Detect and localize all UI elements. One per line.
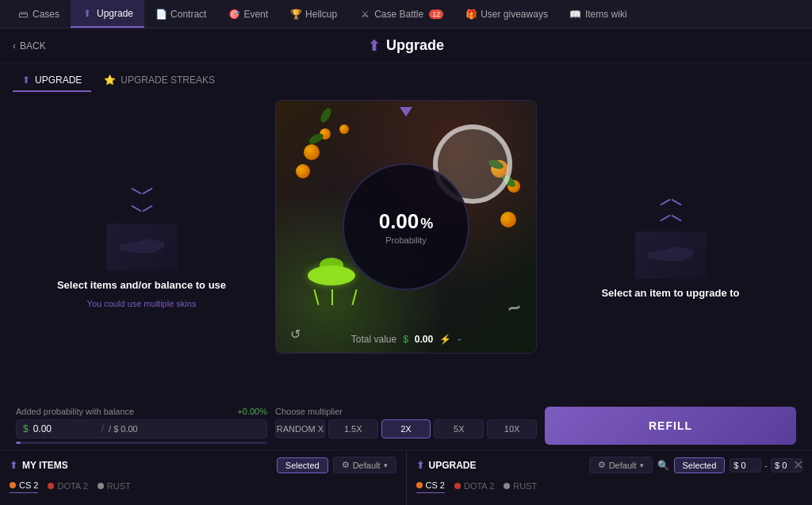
total-value-dollar: $ bbox=[403, 334, 408, 345]
upgrade-panel-title: ⬆ UPGRADE bbox=[416, 460, 477, 471]
dollar-sign: $ bbox=[23, 423, 29, 434]
bolt-icon: ⚡ bbox=[439, 334, 451, 345]
rust-dot bbox=[98, 483, 104, 489]
nav-event[interactable]: 🎯 Event bbox=[217, 0, 279, 28]
tab-streaks-icon: ⭐ bbox=[104, 75, 116, 86]
upgrade-panel-header: ⬆ UPGRADE ⚙ Default ▾ 🔍 Selected - bbox=[416, 457, 803, 473]
upgrade-selected-btn[interactable]: Selected bbox=[674, 457, 726, 473]
upgrade-tab-dota2[interactable]: DOTA 2 bbox=[454, 478, 494, 493]
my-items-header: ⬆ MY ITEMS Selected ⚙ Default ▾ bbox=[10, 457, 396, 473]
my-items-selected-btn[interactable]: Selected bbox=[277, 457, 328, 473]
upgrade-tab-cs2[interactable]: CS 2 bbox=[416, 478, 445, 493]
refill-button[interactable]: REFILL bbox=[545, 407, 796, 445]
my-items-tab-dota2[interactable]: DOTA 2 bbox=[48, 478, 87, 493]
total-value-label: Total value bbox=[351, 334, 396, 345]
nav-cases[interactable]: 🗃 Cases bbox=[6, 0, 71, 28]
tabs-bar: ⬆ UPGRADE ⭐ UPGRADE STREAKS bbox=[0, 63, 812, 92]
upgrade-filter-btn[interactable]: ⚙ Default ▾ bbox=[589, 457, 653, 473]
cases-icon: 🗃 bbox=[17, 9, 29, 20]
hellcup-icon: 🏆 bbox=[290, 9, 301, 20]
my-items-icon: ⬆ bbox=[10, 460, 17, 471]
upgrade-filter-chevron: ▾ bbox=[640, 461, 644, 469]
my-items-tab-cs2[interactable]: CS 2 bbox=[10, 478, 38, 493]
mult-1-5[interactable]: 1.5X bbox=[328, 419, 378, 438]
nav-contract[interactable]: 📄 Contract bbox=[144, 0, 217, 28]
max-balance: / $ 0.00 bbox=[109, 424, 138, 434]
slider-fill bbox=[16, 442, 21, 444]
balance-slider[interactable] bbox=[16, 442, 267, 444]
casebattle-badge: 12 bbox=[429, 10, 443, 19]
mult-10[interactable]: 10X bbox=[487, 419, 537, 438]
prob-plus-value: +0.00% bbox=[237, 407, 267, 416]
upgrade-cs2-dot bbox=[416, 482, 423, 488]
my-items-title: ⬆ MY ITEMS bbox=[10, 460, 68, 471]
upgrade-search-icon[interactable]: 🔍 bbox=[657, 460, 669, 471]
nav-giveaways[interactable]: 🎁 User giveaways bbox=[454, 0, 559, 28]
right-panel: Select an item to upgrade to bbox=[545, 100, 796, 394]
balance-input-row: $ / / $ 0.00 bbox=[16, 419, 267, 438]
itemswiki-icon: 📖 bbox=[570, 9, 581, 20]
giveaways-icon: 🎁 bbox=[465, 9, 477, 20]
bottom-panels: ⬆ MY ITEMS Selected ⚙ Default ▾ CS 2 DOT… bbox=[0, 450, 812, 505]
top-nav: 🗃 Cases ⬆ Upgrade 📄 Contract 🎯 Event 🏆 H… bbox=[0, 0, 812, 29]
nav-itemswiki[interactable]: 📖 Items wiki bbox=[559, 0, 638, 28]
upgrade-panel-icon: ⬆ bbox=[416, 460, 424, 471]
dota2-dot bbox=[48, 483, 54, 489]
my-items-tab-rust[interactable]: RUST bbox=[98, 478, 131, 493]
probability-label: Probability bbox=[385, 235, 426, 245]
prob-row: Added probability with balance +0.00% bbox=[16, 407, 267, 416]
upgrade-rust-dot bbox=[504, 483, 510, 489]
my-items-panel: ⬆ MY ITEMS Selected ⚙ Default ▾ CS 2 DOT… bbox=[0, 450, 407, 505]
probability-value: 0.00 bbox=[379, 209, 419, 234]
upgrade-dota2-dot bbox=[454, 483, 461, 489]
nav-casebattle[interactable]: ⚔ Case Battle 12 bbox=[348, 0, 454, 28]
back-arrow-icon: ‹ bbox=[13, 40, 16, 52]
upgrade-tab-rust[interactable]: RUST bbox=[504, 478, 537, 493]
bottom-controls: Added probability with balance +0.00% $ … bbox=[0, 402, 812, 450]
prob-label: Added probability with balance bbox=[16, 407, 134, 416]
my-items-filter-btn[interactable]: ⚙ Default ▾ bbox=[333, 457, 396, 473]
main-content: Select items and/or balance to use You c… bbox=[0, 92, 812, 402]
right-panel-title: Select an item to upgrade to bbox=[601, 287, 739, 299]
tab-upgrade[interactable]: ⬆ UPGRADE bbox=[13, 70, 91, 92]
close-button[interactable]: ✕ bbox=[790, 457, 806, 472]
back-button[interactable]: ‹ BACK bbox=[13, 40, 46, 52]
balance-input[interactable] bbox=[33, 423, 97, 434]
total-dash: - bbox=[458, 334, 461, 345]
refresh-button[interactable]: ↺ bbox=[285, 324, 304, 343]
multiplier-label: Choose multiplier bbox=[275, 407, 537, 416]
divider: / bbox=[102, 423, 104, 434]
my-items-game-tabs: CS 2 DOTA 2 RUST bbox=[10, 478, 396, 493]
triangle-indicator bbox=[400, 107, 412, 117]
upgrade-panel-filters: ⚙ Default ▾ 🔍 Selected - bbox=[589, 457, 802, 473]
center-panel: ~ 0.00 % Probability ↺ Total value $ 0.0… bbox=[275, 100, 537, 394]
casebattle-icon: ⚔ bbox=[359, 9, 370, 20]
left-panel-title: Select items and/or balance to use bbox=[57, 279, 226, 291]
event-icon: 🎯 bbox=[228, 9, 239, 20]
probability-circle: 0.00 % Probability bbox=[343, 163, 469, 290]
down-arrows-icon bbox=[131, 186, 153, 216]
mult-random[interactable]: RANDOM X bbox=[275, 419, 325, 438]
left-panel: Select items and/or balance to use You c… bbox=[16, 100, 267, 394]
nav-hellcup[interactable]: 🏆 Hellcup bbox=[279, 0, 348, 28]
price-from-input[interactable] bbox=[730, 458, 761, 472]
page-header: ‹ BACK ⬆ Upgrade bbox=[0, 29, 812, 63]
tab-streaks[interactable]: ⭐ UPGRADE STREAKS bbox=[94, 70, 224, 92]
nav-upgrade[interactable]: ⬆ Upgrade bbox=[71, 0, 144, 28]
upgrade-filter-icon: ⚙ bbox=[598, 460, 606, 470]
filter-chevron-icon: ▾ bbox=[384, 461, 388, 469]
mult-2[interactable]: 2X bbox=[381, 419, 431, 438]
page-title: ⬆ Upgrade bbox=[368, 37, 444, 55]
contract-icon: 📄 bbox=[155, 9, 167, 20]
left-panel-subtitle: You could use multiple skins bbox=[87, 299, 197, 308]
filter-icon: ⚙ bbox=[342, 460, 350, 470]
balance-control: Added probability with balance +0.00% $ … bbox=[16, 407, 267, 444]
upgrade-nav-icon: ⬆ bbox=[82, 8, 93, 19]
upgrade-title-icon: ⬆ bbox=[368, 37, 380, 55]
upgrade-right-panel: ⬆ UPGRADE ⚙ Default ▾ 🔍 Selected - bbox=[407, 450, 813, 505]
probability-percent: % bbox=[420, 216, 433, 232]
mult-5[interactable]: 5X bbox=[434, 419, 484, 438]
right-gun-placeholder bbox=[635, 231, 707, 279]
total-value-amount: 0.00 bbox=[415, 334, 433, 345]
multiplier-control: Choose multiplier RANDOM X 1.5X 2X 5X 10… bbox=[275, 407, 537, 438]
